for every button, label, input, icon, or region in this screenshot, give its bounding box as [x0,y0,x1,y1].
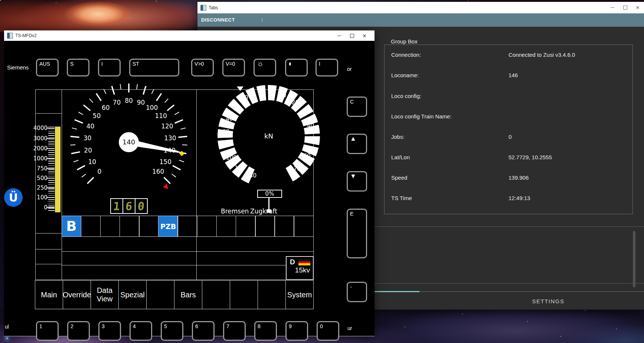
distance-scale-tick [46,148,55,149]
info-label: Loconame: [391,72,419,78]
bremsen-axis-label: Bremsen [221,208,249,215]
distance-ticks [48,127,55,212]
distance-scale-tick [46,128,55,128]
numeric-button-9[interactable]: 9 [285,321,308,341]
status-cell [120,216,140,237]
nebula-left-edge [0,32,4,343]
menu-item-override[interactable]: Override [63,280,91,309]
close-icon[interactable]: ✕ [358,30,371,41]
top-button-s[interactable]: S [67,59,89,76]
digital-speed-cell: 6 [123,199,135,213]
distance-scale-tick [46,178,55,179]
menu-item-spezial[interactable]: Spezial [118,280,147,309]
top-button-i[interactable]: I [316,59,338,76]
info-value: 0 [509,134,511,140]
digital-speed-digit: 1 [113,200,121,213]
braking-distance-scale: 40003000200010007505002501000 [35,113,62,216]
maximize-icon[interactable] [619,2,631,13]
ur-label: ur [347,325,352,331]
triangle-up-button[interactable]: ▲ [347,134,367,154]
sun-icon-button[interactable]: ☼ [254,59,276,76]
top-button-st[interactable]: ST [129,59,179,76]
info-value: 146 [509,72,518,78]
menu-item-bars[interactable]: Bars [174,280,202,309]
info-value: 52.7729, 10.2555 [509,154,552,160]
top-button-i[interactable]: I [98,59,121,76]
distance-bar [55,127,61,212]
disconnect-button[interactable]: DISCONNECT [201,17,235,23]
status-cell [274,216,294,237]
numeric-button-2[interactable]: 2 [67,321,90,341]
minimize-icon[interactable] [606,2,619,13]
numeric-button-0[interactable]: 0 [317,321,339,341]
voltage-label: 15kv [287,266,313,274]
top-button-v=0[interactable]: V=0 [222,59,245,76]
numeric-button-5[interactable]: 5 [161,321,183,341]
star-field [0,0,1,1]
sun-icon: ☼ [257,59,264,68]
info-label: Loco config Train Name: [391,113,452,120]
moon-icon-button[interactable]: ◐ [285,59,308,76]
status-cell [139,216,159,237]
menu-cell-empty[interactable] [258,280,286,309]
tabs-titlebar: Tabs ✕ [197,2,644,13]
digital-speed-digit: 6 [125,200,133,213]
active-tab-indicator [367,291,419,292]
ul-label: ul [5,324,9,330]
info-label: TS Time [391,195,412,201]
side-button-e[interactable]: E [347,209,367,258]
mfd-screen: Siemens or ul ur AUSSISTV>0V=0☼◐I C▲▼E- … [4,41,375,336]
mfd-window-title: TS-MFDv2 [15,33,37,38]
numeric-button-7[interactable]: 7 [223,321,246,341]
speed-digital-display: 160 [110,198,148,214]
menu-cell-empty[interactable] [230,280,258,309]
status-cell [177,216,197,237]
menu-item-system[interactable]: System [285,280,314,309]
close-icon[interactable]: ✕ [631,2,644,13]
status-cell-pzb: PZB [158,216,178,237]
region-voltage-box: D 15kv [286,256,314,280]
menu-cell-empty[interactable] [146,280,174,309]
distance-scale-tick [46,168,55,169]
numeric-button-6[interactable]: 6 [192,321,215,341]
force-zero-marker-icon [237,86,243,91]
status-cell [197,216,217,237]
distance-scale-tick [46,158,55,159]
scrollbar[interactable] [633,231,635,287]
info-label: Jobs: [391,134,405,140]
maximize-icon[interactable] [346,30,358,41]
app-icon [200,5,206,11]
minimize-icon[interactable] [333,30,346,41]
u-badge[interactable]: Ü [4,188,23,207]
distance-scale-label: 500 [37,176,48,181]
menu-bar: MainOverrideData ViewSpezialBarsSystem [35,280,314,309]
side-button-minus[interactable]: - [347,282,367,302]
menu-cell-empty[interactable] [202,280,230,309]
tab-settings[interactable]: SETTINGS [511,298,585,304]
bright-star [6,337,8,339]
menu-item-data-view[interactable]: Data View [91,280,119,309]
status-cell-b: B [62,216,82,237]
triangle-up-icon: ▲ [350,135,356,142]
top-button-aus[interactable]: AUS [36,59,59,76]
info-label: Speed [391,174,407,181]
status-cell [100,216,120,237]
status-indicator-row: BPZB [62,216,314,237]
status-cell [236,216,256,237]
top-button-v>0[interactable]: V>0 [191,59,214,76]
numeric-button-8[interactable]: 8 [254,321,277,341]
digital-speed-cell: 0 [135,199,147,213]
distance-scale-label: 3000 [33,136,48,141]
distance-scale-label: 750 [37,166,48,172]
numeric-button-4[interactable]: 4 [130,321,152,341]
side-button-c[interactable]: C [347,97,367,117]
numeric-button-1[interactable]: 1 [36,321,59,341]
digital-speed-cell: 1 [111,199,123,213]
menu-item-main[interactable]: Main [35,280,63,309]
triangle-down-button[interactable]: ▼ [347,171,367,192]
country-label: D [290,258,295,266]
info-label: Loco config: [391,93,421,99]
numeric-button-3[interactable]: 3 [98,321,121,341]
distance-scale-tick [46,138,55,139]
toolbar-colon-label: : [261,17,263,22]
